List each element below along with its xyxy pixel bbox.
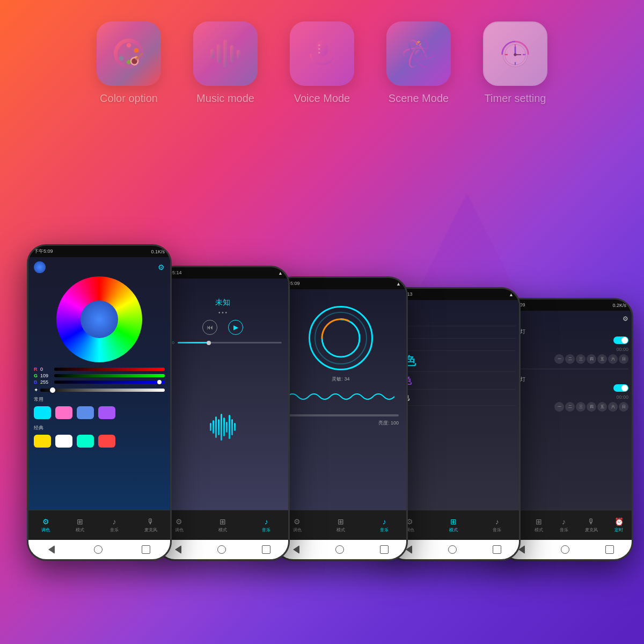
b-bar[interactable] bbox=[54, 380, 165, 384]
rgb-row-r: R 0 bbox=[34, 367, 165, 372]
recents-btn3[interactable] bbox=[380, 545, 389, 554]
day-sun[interactable]: 日 bbox=[619, 354, 628, 364]
nav-color[interactable]: ⚙ 调色 bbox=[41, 517, 50, 533]
sliders-icon[interactable]: ⚙ bbox=[158, 263, 165, 272]
waveform-container bbox=[160, 347, 285, 507]
day-off-wed[interactable]: 三 bbox=[576, 402, 586, 412]
swatch-yellow[interactable] bbox=[34, 435, 51, 448]
timer-on-title: 定时开灯 bbox=[504, 325, 628, 336]
wave-bar bbox=[215, 416, 217, 438]
day-wed[interactable]: 三 bbox=[576, 354, 586, 364]
swatch-pink[interactable] bbox=[55, 406, 72, 419]
nav2-color[interactable]: ⚙ 调色 bbox=[175, 517, 184, 533]
day-fri[interactable]: 五 bbox=[597, 354, 607, 364]
recents-btn[interactable] bbox=[142, 545, 150, 554]
nav3-music[interactable]: ♪ 音乐 bbox=[380, 517, 389, 533]
scene-green[interactable]: 绿色 bbox=[391, 314, 516, 326]
waveform bbox=[210, 411, 236, 443]
color-preview[interactable] bbox=[34, 261, 46, 273]
swatch-white[interactable] bbox=[55, 435, 72, 448]
day-thu[interactable]: 四 bbox=[587, 354, 596, 364]
home-btn[interactable] bbox=[94, 545, 103, 554]
brightness-slider[interactable] bbox=[289, 414, 399, 416]
recents-btn5[interactable] bbox=[605, 545, 614, 554]
day-mon[interactable]: 一 bbox=[554, 354, 564, 364]
time-progress-bar: 00:00 bbox=[164, 340, 282, 345]
repeat-off-row: 重复 一 二 三 四 五 六 日 bbox=[504, 402, 628, 412]
nav3-mode-label: 模式 bbox=[336, 527, 345, 533]
nav-mic-icon: 🎙 bbox=[147, 517, 155, 526]
time-value: 00:00 bbox=[616, 347, 628, 352]
home-btn4[interactable] bbox=[448, 545, 457, 554]
day-off-mon[interactable]: 一 bbox=[554, 402, 564, 412]
music-dots: • • • bbox=[160, 310, 285, 316]
nav-music[interactable]: ♪ 音乐 bbox=[110, 517, 119, 533]
nav2-music[interactable]: ♪ 音乐 bbox=[262, 517, 270, 533]
home-btn5[interactable] bbox=[561, 545, 569, 554]
nav2-mode[interactable]: ⊞ 模式 bbox=[218, 517, 227, 533]
nav3-color-label: 调色 bbox=[293, 527, 302, 533]
play-btn[interactable]: ▶ bbox=[228, 320, 243, 335]
back-btn3[interactable] bbox=[293, 545, 299, 554]
nav-color-label: 调色 bbox=[41, 527, 50, 533]
rgb-sliders: R 0 G 109 B 255 bbox=[32, 365, 167, 387]
nav5-mode[interactable]: ⊞ 模式 bbox=[535, 517, 543, 533]
nav-mode[interactable]: ⊞ 模式 bbox=[76, 517, 84, 533]
day-off-fri[interactable]: 五 bbox=[597, 402, 607, 412]
nav5-mode-label: 模式 bbox=[535, 527, 543, 533]
divider bbox=[504, 369, 628, 369]
recents-btn2[interactable] bbox=[262, 545, 270, 554]
home-btn3[interactable] bbox=[335, 545, 344, 554]
day-off-sun[interactable]: 日 bbox=[619, 402, 628, 412]
color-wheel-inner bbox=[80, 301, 118, 338]
day-off-thu[interactable]: 四 bbox=[587, 402, 596, 412]
r-bar[interactable] bbox=[54, 368, 165, 371]
back-btn[interactable] bbox=[48, 545, 55, 554]
g-value: 109 bbox=[40, 373, 52, 378]
brightness-row: ✦ bbox=[32, 387, 167, 393]
recents-btn4[interactable] bbox=[493, 545, 501, 554]
scene-menu-icon[interactable]: ≡ bbox=[391, 302, 516, 314]
brightness-star: ✦ bbox=[34, 387, 38, 393]
scene-white[interactable]: 白色 bbox=[391, 390, 516, 406]
scene-cyan[interactable]: 青色 bbox=[391, 351, 516, 372]
scene-purple[interactable]: 紫色 bbox=[391, 372, 516, 390]
wave-bar bbox=[210, 423, 211, 431]
nav-mic[interactable]: 🎙 麦克风 bbox=[144, 517, 157, 533]
swatch-cyan[interactable] bbox=[77, 435, 94, 448]
day-off-sat[interactable]: 六 bbox=[608, 402, 618, 412]
color-wheel[interactable] bbox=[56, 276, 142, 362]
timer-header: ≡ ⚙ bbox=[504, 313, 628, 325]
nav3-color[interactable]: ⚙ 调色 bbox=[293, 517, 302, 533]
swatch-red[interactable] bbox=[98, 435, 115, 448]
g-bar[interactable] bbox=[54, 374, 165, 377]
swatch-blue[interactable] bbox=[77, 406, 94, 419]
prev-btn[interactable]: ⏮ bbox=[202, 320, 217, 335]
day-off-tue[interactable]: 二 bbox=[565, 402, 575, 412]
progress-bar[interactable] bbox=[178, 342, 282, 343]
nav5-mic[interactable]: 🎙 麦克风 bbox=[585, 517, 598, 533]
timer-off-toggle[interactable] bbox=[613, 384, 628, 392]
music-controls[interactable]: ⏮ ▶ bbox=[160, 320, 285, 335]
timer-settings-icon[interactable]: ⚙ bbox=[623, 315, 628, 323]
nav5-timer[interactable]: ⏰ 定时 bbox=[614, 517, 624, 533]
wave-bar bbox=[229, 415, 230, 439]
scene-yellow[interactable]: 黄色 bbox=[391, 339, 516, 351]
nav5-music[interactable]: ♪ 音乐 bbox=[560, 517, 568, 533]
scene-blue[interactable]: 蓝色 bbox=[391, 326, 516, 339]
nav3-mode[interactable]: ⊞ 模式 bbox=[336, 517, 345, 533]
nav2-color-label: 调色 bbox=[175, 527, 184, 533]
phone2-system-nav bbox=[157, 540, 288, 559]
timer-on-toggle[interactable] bbox=[613, 336, 628, 344]
nav4-mode[interactable]: ⊞ 模式 bbox=[449, 517, 458, 533]
day-sat[interactable]: 六 bbox=[608, 354, 618, 364]
swatch-green[interactable] bbox=[34, 406, 51, 419]
phone3-nav: ⚙ 调色 ⊞ 模式 ♪ 音乐 bbox=[275, 510, 406, 540]
phone4-icons: ▲ bbox=[509, 292, 514, 297]
back-btn2[interactable] bbox=[175, 545, 181, 554]
day-tue[interactable]: 二 bbox=[565, 354, 575, 364]
home-btn2[interactable] bbox=[217, 545, 226, 554]
swatch-purple[interactable] bbox=[98, 406, 115, 419]
nav4-music[interactable]: ♪ 音乐 bbox=[493, 517, 501, 533]
brightness-bar[interactable] bbox=[40, 389, 165, 392]
